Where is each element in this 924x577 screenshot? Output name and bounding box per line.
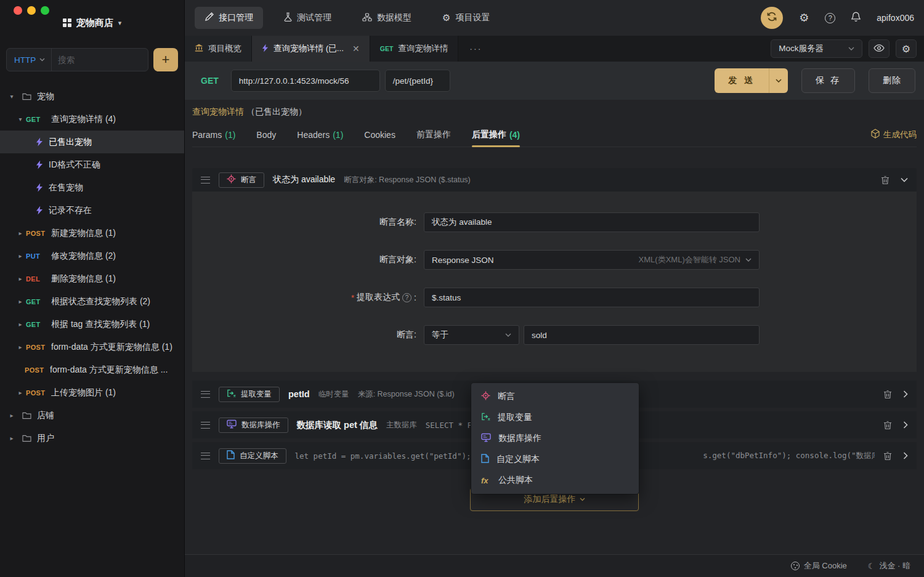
tree-case-on-sale[interactable]: 在售宠物 — [0, 176, 184, 199]
menu-item-database-operation[interactable]: 数据库操作 — [471, 428, 639, 449]
tree-request-get-by-status[interactable]: ▸ GET 根据状态查找宠物列表 (2) — [0, 290, 184, 313]
expected-value-input[interactable]: sold — [524, 325, 760, 345]
menu-item-assertion[interactable]: 断言 — [471, 386, 639, 407]
collapse-step-icon[interactable] — [901, 177, 908, 182]
assertion-target-select[interactable]: Response JSON XML(类XML)会智能转 JSON — [424, 250, 760, 270]
theme-toggle[interactable]: ☾ 浅金 · 暗 — [868, 560, 910, 571]
database-operation-tag[interactable]: 数据库操作 — [219, 418, 288, 433]
close-window-button[interactable] — [14, 6, 22, 15]
delete-step-icon[interactable] — [883, 451, 892, 461]
environment-select[interactable]: Mock服务器 — [771, 39, 862, 58]
menu-item-public-script[interactable]: fx 公共脚本 — [471, 470, 639, 491]
tree-folder-user[interactable]: ▸ 用户 — [0, 427, 184, 450]
delete-step-icon[interactable] — [883, 390, 892, 399]
assertion-name-input[interactable]: 状态为 available — [424, 212, 760, 232]
send-options-button[interactable] — [769, 68, 788, 93]
caret-right-icon[interactable]: ▸ — [7, 435, 16, 442]
breadcrumb-case-name[interactable]: 查询宠物详情 — [192, 107, 244, 116]
base-url-field[interactable]: http://127.0.0.1:4523/mock/56 — [231, 70, 380, 92]
minimize-window-button[interactable] — [27, 6, 36, 15]
tab-headers[interactable]: Headers (1) — [297, 123, 343, 147]
expand-step-icon[interactable] — [903, 452, 908, 459]
save-button[interactable]: 保 存 — [801, 68, 855, 93]
help-button[interactable]: ? — [825, 13, 835, 23]
settings-button[interactable]: ⚙ — [799, 11, 809, 25]
path-field[interactable]: /pet/{petId} — [385, 70, 450, 92]
tab-project-overview[interactable]: 项目概览 — [185, 36, 252, 62]
caret-right-icon[interactable]: ▸ — [16, 344, 25, 350]
drag-handle-icon[interactable] — [201, 453, 210, 459]
menu-item-custom-script[interactable]: 自定义脚本 — [471, 449, 639, 470]
send-button[interactable]: 发 送 — [715, 68, 788, 93]
tab-pre-operations[interactable]: 前置操作 — [416, 123, 451, 147]
close-icon[interactable]: ✕ — [352, 44, 360, 54]
more-tabs-button[interactable]: ··· — [458, 36, 493, 62]
delete-button[interactable]: 删除 — [869, 68, 915, 93]
drag-handle-icon[interactable] — [201, 422, 210, 429]
operator-select[interactable]: 等于 — [424, 325, 519, 345]
method-badge: POST — [26, 230, 48, 237]
caret-right-icon[interactable]: ▸ — [16, 275, 25, 282]
search-input[interactable] — [52, 55, 148, 65]
sync-button[interactable] — [761, 7, 783, 29]
assertion-step-header[interactable]: 断言 状态为 available 断言对象: Response JSON ($.… — [192, 168, 917, 192]
tab-get-pet-detail-case[interactable]: 查询宠物详情 (已... ✕ — [252, 36, 370, 62]
nav-api-management[interactable]: 接口管理 — [195, 7, 263, 29]
global-cookie-button[interactable]: 全局 Cookie — [791, 560, 847, 571]
nav-test-management[interactable]: 测试管理 — [274, 7, 341, 29]
tree-request-post-new-pet[interactable]: ▸ POST 新建宠物信息 (1) — [0, 222, 184, 244]
expand-step-icon[interactable] — [903, 390, 908, 398]
custom-script-tag[interactable]: 自定义脚本 — [219, 448, 286, 464]
tree-request-get-by-tag[interactable]: ▸ GET 根据 tag 查找宠物列表 (1) — [0, 313, 184, 336]
username[interactable]: apifox006 — [877, 13, 914, 23]
caret-right-icon[interactable]: ▸ — [16, 252, 25, 259]
delete-step-icon[interactable] — [881, 176, 890, 185]
help-circle-icon[interactable]: ? — [402, 293, 411, 302]
tree-request-get-pet-detail[interactable]: ▾ GET 查询宠物详情 (4) — [0, 108, 184, 131]
notifications-button[interactable] — [851, 12, 861, 25]
delete-step-icon[interactable] — [883, 421, 892, 430]
tree-case-bad-id[interactable]: ID格式不正确 — [0, 153, 184, 176]
env-settings-button[interactable]: ⚙ — [896, 39, 917, 58]
assertion-tag[interactable]: 断言 — [219, 172, 264, 188]
drag-handle-icon[interactable] — [201, 391, 210, 398]
tree-request-del-pet[interactable]: ▸ DEL 删除宠物信息 (1) — [0, 267, 184, 290]
extract-variable-tag[interactable]: 提取变量 — [219, 387, 280, 402]
tab-get-pet-detail[interactable]: GET 查询宠物详情 — [370, 36, 459, 62]
nav-project-settings[interactable]: ⚙ 项目设置 — [432, 7, 500, 29]
caret-right-icon[interactable]: ▸ — [16, 321, 25, 328]
tab-cookies[interactable]: Cookies — [364, 123, 395, 147]
expression-input[interactable]: $.status — [424, 288, 760, 307]
caret-right-icon[interactable]: ▸ — [16, 230, 25, 236]
expand-step-icon[interactable] — [903, 421, 908, 429]
caret-right-icon[interactable]: ▸ — [16, 298, 25, 305]
protocol-select[interactable]: HTTP — [7, 49, 52, 71]
caret-down-icon[interactable]: ▾ — [7, 93, 16, 100]
tree-request-post-formdata-update[interactable]: ▸ POST form-data 方式更新宠物信息 (1) — [0, 336, 184, 358]
search-box: HTTP — [6, 48, 148, 71]
preview-button[interactable] — [869, 39, 890, 58]
tree-folder-store[interactable]: ▸ 店铺 — [0, 404, 184, 427]
request-method[interactable]: GET — [192, 76, 226, 86]
tree-case-sold-pet[interactable]: 已售出宠物 — [0, 131, 184, 153]
question-icon: ? — [825, 13, 835, 23]
tab-post-operations[interactable]: 后置操作 (4) — [472, 123, 520, 147]
tree-request-post-upload-image[interactable]: ▸ POST 上传宠物图片 (1) — [0, 381, 184, 404]
project-switcher[interactable]: 宠物商店 ▾ — [0, 0, 184, 37]
generate-code-button[interactable]: 生成代码 — [871, 129, 917, 140]
drag-handle-icon[interactable] — [201, 177, 210, 184]
nav-label: 数据模型 — [377, 12, 411, 23]
zoom-window-button[interactable] — [41, 6, 49, 15]
tree-request-post-formdata-update-2[interactable]: POST form-data 方式更新宠物信息 ... — [0, 358, 184, 381]
tree-case-not-found[interactable]: 记录不存在 — [0, 199, 184, 222]
tab-params[interactable]: Params (1) — [192, 123, 235, 147]
tree-request-put-edit-pet[interactable]: ▸ PUT 修改宠物信息 (2) — [0, 244, 184, 267]
tree-folder-pets[interactable]: ▾ 宠物 — [0, 85, 184, 108]
nav-data-model[interactable]: 数据模型 — [352, 7, 421, 29]
add-api-button[interactable]: + — [153, 48, 178, 71]
menu-item-extract-variable[interactable]: 提取变量 — [471, 407, 639, 428]
caret-right-icon[interactable]: ▸ — [7, 412, 16, 419]
tab-body[interactable]: Body — [256, 123, 276, 147]
caret-right-icon[interactable]: ▸ — [16, 389, 25, 396]
caret-down-icon[interactable]: ▾ — [16, 116, 25, 123]
